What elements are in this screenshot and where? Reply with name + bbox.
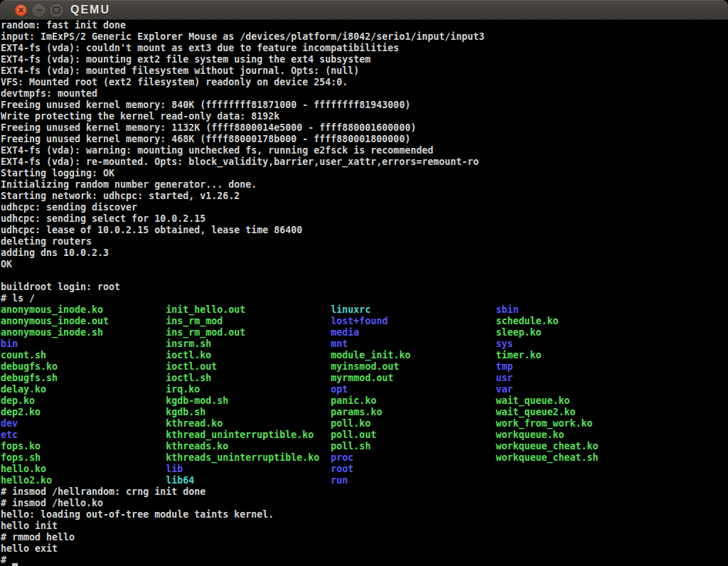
terminal-line: VFS: Mounted root (ext2 filesystem) read… [1,77,728,88]
terminal-line: delay.ko irq.ko opt var [1,384,728,395]
terminal-line: # rmmod hello [1,532,728,543]
terminal-line [1,270,728,282]
terminal-line: udhcpc: sending discover [1,202,728,213]
terminal-line: udhcpc: lease of 10.0.2.15 obtained, lea… [1,225,728,236]
maximize-button[interactable] [50,4,63,16]
terminal-line: fops.ko kthreads.ko poll.sh workqueue_ch… [1,441,728,452]
terminal-line: hello exit [1,543,728,555]
terminal-line: anonymous_inode.sh ins_rm_mod.out media … [1,327,728,338]
terminal-line: EXT4-fs (vda): mounting ext2 file system… [1,54,728,65]
terminal-line: OK [1,259,728,270]
terminal-screen[interactable]: random: fast init doneinput: ImExPS/2 Ge… [0,20,728,566]
terminal-line: EXT4-fs (vda): couldn't mount as ext3 du… [1,43,728,54]
terminal-line: # ls / [1,293,728,304]
terminal-line: Freeing unused kernel memory: 840K (ffff… [1,100,728,111]
terminal-line: # insmod /hellrandom: crng init done [1,486,728,498]
terminal-line: anonymous_inode.out ins_rm_mod lost+foun… [1,316,728,327]
terminal-line: random: fast init done [1,20,728,31]
window-title: QEMU [70,4,110,16]
maximize-icon [53,6,60,14]
terminal-line: EXT4-fs (vda): re-mounted. Opts: block_v… [1,156,728,168]
terminal-line: dep.ko kgdb-mod.sh panic.ko wait_queue.k… [1,395,728,407]
terminal-line: devtmpfs: mounted [1,88,728,100]
terminal-line: dep2.ko kgdb.sh params.ko wait_queue2.ko [1,407,728,418]
terminal-line: hello.ko lib root [1,464,728,475]
terminal-line: Freeing unused kernel memory: 468K (ffff… [1,134,728,145]
terminal-line: # [1,555,728,566]
terminal-line: udhcpc: sending select for 10.0.2.15 [1,213,728,225]
terminal-line: anonymous_inode.ko init_hello.out linuxr… [1,304,728,316]
terminal-line: adding dns 10.0.2.3 [1,247,728,259]
terminal-line: fops.sh kthreads_uninterruptible.ko proc… [1,452,728,464]
terminal-line: hello: loading out-of-tree module taints… [1,509,728,520]
terminal-cursor [12,555,18,566]
terminal-line: etc kthread_uninterruptible.ko poll.out … [1,429,728,441]
terminal-line: Write protecting the kernel read-only da… [1,111,728,122]
terminal-line: hello2.ko lib64 run [1,475,728,486]
terminal-line: bin insrm.sh mnt sys [1,338,728,350]
terminal-line: Initializing random number generator... … [1,179,728,191]
terminal-line: input: ImExPS/2 Generic Explorer Mouse a… [1,31,728,43]
terminal-line: debugfs.ko ioctl.out myinsmod.out tmp [1,361,728,373]
terminal-line: EXT4-fs (vda): warning: mounting uncheck… [1,145,728,156]
close-icon: × [17,6,24,14]
terminal-line: hello init [1,520,728,532]
terminal-line: debugfs.sh ioctl.sh myrmmod.out usr [1,373,728,384]
minimize-icon [36,9,42,11]
window-titlebar[interactable]: × QEMU [0,0,728,20]
terminal-line: count.sh ioctl.ko module_init.ko timer.k… [1,350,728,361]
terminal-line: deleting routers [1,236,728,247]
terminal-line: Freeing unused kernel memory: 1132K (fff… [1,122,728,134]
qemu-window: × QEMU random: fast init doneinput: ImEx… [0,0,728,566]
close-button[interactable]: × [15,4,27,16]
terminal-line: Starting network: udhcpc: started, v1.26… [1,191,728,202]
minimize-button[interactable] [33,4,45,16]
terminal-line: dev kthread.ko poll.ko work_from_work.ko [1,418,728,429]
terminal-line: buildroot login: root [1,282,728,293]
terminal-line: # insmod /hello.ko [1,498,728,509]
terminal-line: EXT4-fs (vda): mounted filesystem withou… [1,65,728,77]
terminal-line: Starting logging: OK [1,168,728,179]
